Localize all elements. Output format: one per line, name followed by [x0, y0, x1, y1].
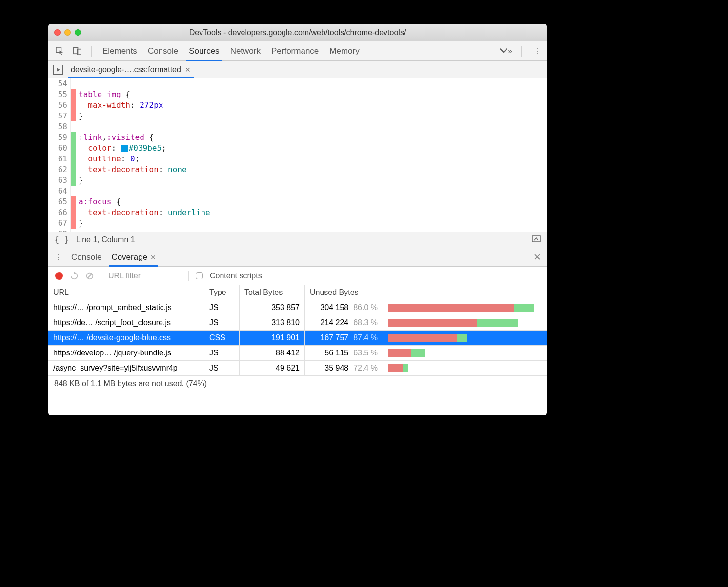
table-row[interactable]: https://develop… /jquery-bundle.jsJS88 4…	[48, 346, 547, 361]
cell-bar	[383, 300, 547, 315]
tab-performance[interactable]: Performance	[269, 42, 321, 60]
cell-type: JS	[204, 300, 240, 315]
cell-unused: 304 15886.0 %	[305, 300, 383, 315]
tab-elements[interactable]: Elements	[101, 42, 139, 60]
window-title: DevTools - developers.google.com/web/too…	[48, 28, 547, 37]
cell-url: https://de… /script_foot_closure.js	[48, 315, 204, 330]
cursor-position: Line 1, Column 1	[76, 235, 135, 244]
drawer-tab-coverage-label: Coverage	[111, 253, 147, 262]
cell-total: 88 412	[240, 346, 305, 360]
drawer-menu-icon[interactable]: ⋮	[54, 252, 62, 262]
inspect-element-icon[interactable]	[54, 46, 65, 57]
line-gutter: 545556575859606162636465666768	[48, 78, 71, 232]
cell-url: https://… /prompt_embed_static.js	[48, 300, 204, 315]
col-type[interactable]: Type	[204, 285, 240, 300]
table-row[interactable]: https://… /devsite-google-blue.cssCSS191…	[48, 331, 547, 346]
col-bar	[383, 285, 547, 300]
cell-unused: 35 94872.4 %	[305, 361, 383, 375]
cell-total: 313 810	[240, 315, 305, 330]
col-unused[interactable]: Unused Bytes	[305, 285, 383, 300]
content-scripts-checkbox[interactable]	[196, 272, 203, 279]
content-scripts-label: Content scripts	[210, 272, 262, 280]
col-total[interactable]: Total Bytes	[240, 285, 305, 300]
col-url[interactable]: URL	[48, 285, 204, 300]
more-tabs-icon[interactable]: »	[499, 47, 512, 56]
tab-network[interactable]: Network	[228, 42, 263, 60]
svg-line-5	[88, 274, 92, 278]
cell-bar	[383, 361, 547, 375]
editor-statusbar: { } Line 1, Column 1	[48, 232, 547, 248]
table-row[interactable]: https://… /prompt_embed_static.jsJS353 8…	[48, 300, 547, 315]
cell-type: CSS	[204, 331, 240, 345]
pretty-print-icon[interactable]: { }	[54, 235, 69, 245]
titlebar: DevTools - developers.google.com/web/too…	[48, 24, 547, 41]
cell-total: 353 857	[240, 300, 305, 315]
coverage-table: URL Type Total Bytes Unused Bytes https:…	[48, 285, 547, 415]
main-toolbar: Elements Console Sources Network Perform…	[48, 41, 547, 61]
file-tabstrip: devsite-google-….css:formatted ✕	[48, 61, 547, 78]
code-content[interactable]: table img { max-width: 272px}:link,:visi…	[76, 78, 547, 232]
table-row[interactable]: https://de… /script_foot_closure.jsJS313…	[48, 315, 547, 331]
close-file-icon[interactable]: ✕	[185, 66, 191, 74]
cell-bar	[383, 315, 547, 330]
cell-bar	[383, 331, 547, 345]
devtools-window: DevTools - developers.google.com/web/too…	[48, 24, 547, 415]
table-row[interactable]: /async_survey?site=ylj5ifxusvvmr4pJS49 6…	[48, 361, 547, 376]
navigator-toggle-icon[interactable]	[53, 65, 63, 75]
cell-bar	[383, 346, 547, 360]
tab-sources[interactable]: Sources	[187, 42, 221, 60]
reload-icon[interactable]	[70, 272, 79, 280]
device-mode-icon[interactable]	[72, 46, 82, 57]
file-tab[interactable]: devsite-google-….css:formatted ✕	[68, 62, 194, 77]
cell-type: JS	[204, 361, 240, 375]
clear-icon[interactable]	[85, 272, 94, 280]
url-filter-input[interactable]: URL filter	[108, 272, 182, 280]
close-coverage-tab-icon[interactable]: ✕	[150, 254, 156, 261]
separator	[521, 46, 522, 57]
cell-url: https://develop… /jquery-bundle.js	[48, 346, 204, 360]
cell-total: 49 621	[240, 361, 305, 375]
tab-console[interactable]: Console	[146, 42, 180, 60]
sidebar-toggle-icon[interactable]	[531, 234, 541, 246]
settings-kebab-icon[interactable]: ⋮	[533, 46, 541, 56]
svg-rect-3	[532, 236, 540, 242]
drawer-tab-coverage[interactable]: Coverage ✕	[110, 250, 157, 265]
cell-url: /async_survey?site=ylj5ifxusvvmr4p	[48, 361, 204, 375]
coverage-gutter	[71, 78, 76, 232]
record-button[interactable]	[55, 272, 63, 280]
cell-unused: 56 11563.5 %	[305, 346, 383, 360]
drawer-tab-console[interactable]: Console	[70, 250, 102, 265]
separator	[188, 271, 189, 281]
coverage-table-header: URL Type Total Bytes Unused Bytes	[48, 285, 547, 300]
drawer-tabstrip: ⋮ Console Coverage ✕ ✕	[48, 248, 547, 267]
cell-unused: 214 22468.3 %	[305, 315, 383, 330]
coverage-toolbar: URL filter Content scripts	[48, 267, 547, 285]
separator	[91, 46, 92, 57]
tab-memory[interactable]: Memory	[327, 42, 361, 60]
cell-url: https://… /devsite-google-blue.css	[48, 331, 204, 345]
coverage-footer: 848 KB of 1.1 MB bytes are not used. (74…	[48, 376, 547, 391]
code-editor[interactable]: 545556575859606162636465666768 table img…	[48, 78, 547, 232]
cell-type: JS	[204, 346, 240, 360]
file-tab-label: devsite-google-….css:formatted	[71, 65, 181, 74]
cell-total: 191 901	[240, 331, 305, 345]
separator	[101, 271, 101, 281]
cell-type: JS	[204, 315, 240, 330]
cell-unused: 167 75787.4 %	[305, 331, 383, 345]
close-drawer-icon[interactable]: ✕	[533, 252, 541, 263]
